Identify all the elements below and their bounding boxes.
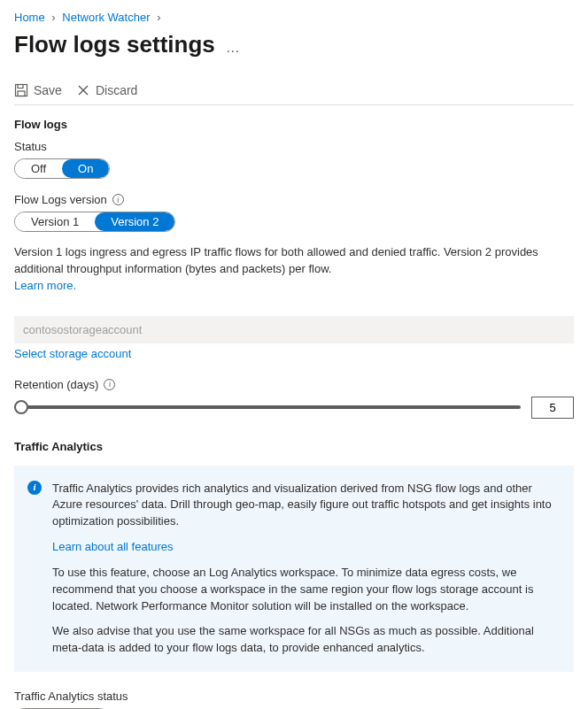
retention-slider[interactable]: [14, 398, 521, 416]
slider-thumb[interactable]: [14, 400, 28, 414]
traffic-analytics-callout: i Traffic Analytics provides rich analyt…: [14, 466, 574, 673]
version-2-option[interactable]: Version 2: [95, 212, 174, 231]
info-icon[interactable]: i: [104, 379, 115, 390]
retention-label-row: Retention (days) i: [14, 378, 574, 391]
version-1-option[interactable]: Version 1: [15, 212, 95, 231]
storage-section: Select storage account: [14, 316, 574, 360]
breadcrumb-home[interactable]: Home: [14, 11, 45, 24]
version-description: Version 1 logs ingress and egress IP tra…: [14, 244, 574, 295]
chevron-right-icon: ›: [157, 11, 160, 24]
version-label-row: Flow Logs version i: [14, 193, 574, 206]
version-label: Flow Logs version: [14, 193, 107, 206]
more-actions-icon[interactable]: …: [226, 31, 242, 56]
status-off-option[interactable]: Off: [15, 159, 62, 178]
status-label: Status: [14, 140, 574, 153]
learn-more-link[interactable]: Learn more.: [14, 279, 76, 292]
callout-paragraph-2: To use this feature, choose an Log Analy…: [52, 565, 559, 615]
discard-label: Discard: [96, 83, 137, 97]
page-title: Flow logs settings: [14, 31, 215, 58]
chevron-right-icon: ›: [51, 11, 55, 24]
discard-button[interactable]: Discard: [76, 83, 137, 97]
close-icon: [76, 83, 90, 97]
retention-section: Retention (days) i: [14, 378, 574, 419]
toolbar: Save Discard: [14, 76, 574, 105]
save-icon: [14, 83, 28, 97]
traffic-analytics-section-title: Traffic Analytics: [14, 440, 574, 453]
breadcrumb-network-watcher[interactable]: Network Watcher: [62, 11, 150, 24]
retention-label: Retention (days): [14, 378, 98, 391]
breadcrumb: Home › Network Watcher ›: [14, 11, 574, 24]
status-on-option[interactable]: On: [62, 159, 109, 178]
page-title-row: Flow logs settings …: [14, 27, 574, 58]
version-toggle[interactable]: Version 1 Version 2: [14, 212, 175, 232]
traffic-status-label: Traffic Analytics status: [14, 690, 574, 703]
retention-value-input[interactable]: [531, 397, 574, 419]
save-label: Save: [34, 83, 62, 97]
callout-paragraph-3: We also advise that you use the same wor…: [52, 623, 559, 657]
version-desc-text: Version 1 logs ingress and egress IP tra…: [14, 245, 538, 275]
status-toggle[interactable]: Off On: [14, 158, 110, 179]
retention-slider-row: [14, 397, 574, 419]
learn-about-features-link[interactable]: Learn about all features: [52, 540, 174, 553]
svg-rect-1: [18, 91, 25, 96]
callout-paragraph-1: Traffic Analytics provides rich analytic…: [52, 481, 559, 531]
save-button[interactable]: Save: [14, 83, 62, 97]
slider-track: [14, 405, 521, 409]
storage-account-field: [14, 316, 574, 343]
info-icon: i: [27, 481, 42, 495]
select-storage-link[interactable]: Select storage account: [14, 347, 131, 360]
traffic-status-section: Traffic Analytics status Off On: [14, 690, 574, 709]
info-icon[interactable]: i: [112, 194, 124, 205]
flow-logs-section-title: Flow logs: [14, 118, 574, 131]
